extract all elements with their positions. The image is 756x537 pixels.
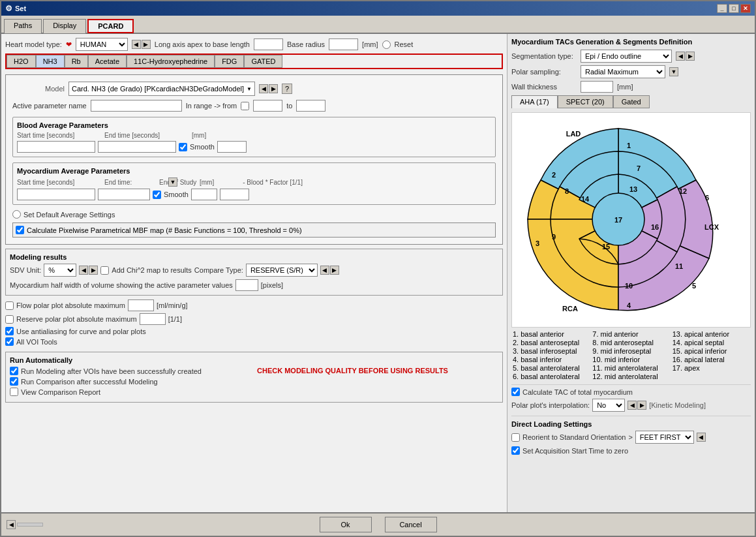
compare-prev-btn[interactable]: ◀ — [320, 266, 329, 275]
seg-type-select[interactable]: Epi / Endo outline — [581, 50, 672, 63]
sdv-prev-btn[interactable]: ◀ — [79, 266, 88, 275]
main-content: Heart model type: ❤ HUMAN ◀ ▶ Long axis … — [1, 34, 755, 512]
window-title: Set — [15, 5, 26, 12]
compare-select[interactable]: RESERVE (S/R) — [246, 264, 318, 277]
minimize-button[interactable]: _ — [717, 4, 727, 13]
myo-smooth-check[interactable] — [153, 191, 161, 199]
svg-text:1: 1 — [627, 142, 631, 149]
blood-end-input[interactable]: 35 — [98, 141, 176, 153]
legend-5: 5. basal anterolateral — [513, 364, 590, 372]
flow-polar-check[interactable] — [5, 301, 14, 310]
isotope-tab-h2o[interactable]: H2O — [7, 55, 36, 68]
legend-6: 6. basal anterolateral — [513, 373, 590, 380]
bottom-scrollbar[interactable] — [17, 523, 43, 527]
reset-label: Reset — [395, 40, 414, 48]
model-select-box[interactable]: Card. NH3 (de Grado) [PKcardiacNH3DeGrad… — [68, 82, 255, 96]
active-param-input[interactable]: F — [91, 100, 182, 112]
myo-start-input[interactable]: 120 — [17, 189, 95, 200]
blood-smooth-check[interactable] — [179, 143, 187, 151]
isotope-tab-fdg[interactable]: FDG — [215, 55, 244, 68]
maximize-button[interactable]: □ — [729, 4, 739, 13]
flow-unit: [ml/min/g] — [157, 301, 188, 309]
isotope-tab-gated[interactable]: GATED — [244, 55, 282, 68]
svg-text:17: 17 — [614, 216, 622, 224]
view-comparison-check[interactable] — [10, 388, 18, 396]
blood-smooth-input[interactable]: 6.0 — [217, 141, 247, 153]
aha-tab-17[interactable]: AHA (17) — [511, 95, 558, 108]
seg-type-prev[interactable]: ◀ — [676, 52, 685, 61]
run-modeling-check[interactable] — [10, 367, 18, 375]
long-axis-input[interactable]: 90.0 — [254, 38, 283, 50]
run-comparison-check[interactable] — [10, 377, 18, 386]
tab-pcard[interactable]: PCARD — [87, 19, 134, 33]
myo-half-input[interactable]: 1 — [235, 279, 258, 291]
legend-1: 1. basal anterior — [513, 330, 590, 338]
wall-thickness-input[interactable]: 20.0 — [581, 81, 613, 93]
reserve-polar-input[interactable]: 2.0 — [140, 313, 166, 325]
isotope-tab-acetate[interactable]: Acetate — [88, 55, 127, 68]
tab-display[interactable]: Display — [43, 19, 86, 33]
in-range-label: In range -> from — [186, 102, 237, 110]
antialiasing-check[interactable] — [5, 327, 14, 335]
pixels-label: [pixels] — [261, 281, 283, 289]
polar-sampling-select[interactable]: Radial Maximum — [581, 65, 665, 78]
ok-button[interactable]: Ok — [320, 517, 372, 532]
isotope-tab-rb[interactable]: Rb — [65, 55, 88, 68]
polar-interp-select[interactable]: No — [592, 399, 625, 412]
seg-type-next[interactable]: ▶ — [686, 52, 695, 61]
model-prev-btn[interactable]: ◀ — [259, 84, 268, 93]
aha-tab-bar: AHA (17) SPECT (20) Gated — [511, 95, 751, 108]
isotope-tab-nh3[interactable]: NH3 — [36, 55, 65, 68]
add-chi2-check[interactable] — [100, 266, 109, 275]
feet-first-prev[interactable]: ◀ — [697, 433, 706, 442]
sdv-select[interactable]: % — [44, 264, 76, 277]
compare-next-btn[interactable]: ▶ — [330, 266, 339, 275]
legend-12: 12. mid anterolateral — [592, 373, 669, 380]
myo-end-dropdown[interactable]: ▼ — [168, 177, 177, 187]
aha-tab-gated[interactable]: Gated — [613, 95, 650, 108]
cancel-button[interactable]: Cancel — [385, 517, 437, 532]
flow-polar-input[interactable]: 4.0 — [128, 299, 154, 311]
settings-area: Model Card. NH3 (de Grado) [PKcardiacNH3… — [5, 74, 503, 245]
polar-interp-next[interactable]: ▶ — [637, 401, 646, 410]
polar-legend: 1. basal anterior 7. mid anterior 13. ap… — [511, 330, 751, 380]
myo-smooth-input[interactable]: 6.0 — [191, 189, 217, 200]
all-voi-check[interactable] — [5, 337, 14, 346]
base-radius-input[interactable]: 35.0 — [329, 38, 358, 50]
set-default-radio[interactable] — [12, 210, 21, 219]
svg-text:6: 6 — [705, 194, 709, 202]
tab-paths[interactable]: Paths — [4, 19, 42, 33]
from-value-input[interactable]: 0.0 — [253, 100, 282, 112]
reorient-check[interactable] — [511, 433, 520, 442]
calc-tac-check[interactable] — [511, 388, 520, 396]
base-radius-label: Base radius — [287, 40, 325, 48]
myo-end-input[interactable]: 0 — [98, 189, 150, 200]
blood-start-input[interactable]: 0 — [17, 141, 95, 153]
in-range-check[interactable] — [241, 102, 249, 110]
bottom-prev-btn[interactable]: ◀ — [7, 520, 16, 529]
main-tab-bar: Paths Display PCARD — [1, 16, 755, 34]
model-help-btn[interactable]: ? — [282, 84, 292, 94]
reserve-polar-check[interactable] — [5, 315, 14, 324]
reset-radio[interactable] — [382, 40, 391, 49]
myo-blood-factor-input[interactable]: 0.05 — [220, 189, 249, 200]
model-next-btn[interactable]: ▶ — [269, 84, 278, 93]
polar-sampling-dropdown[interactable]: ▼ — [669, 67, 678, 76]
feet-first-select[interactable]: FEET FIRST — [635, 431, 694, 444]
calc-tac-label: Calculate TAC of total myocardium — [522, 388, 633, 396]
aha-tab-spect[interactable]: SPECT (20) — [558, 95, 613, 108]
polar-map-svg: 1 2 3 4 5 6 7 8 9 10 11 12 13 — [515, 115, 722, 323]
warning-text: CHECK MODELING QUALITY BEFORE USING RESU… — [257, 367, 448, 375]
myo-blood-col: - Blood * Factor [1/1] — [243, 179, 303, 186]
calc-pixelwise-check[interactable] — [16, 226, 24, 234]
heart-next-btn[interactable]: ▶ — [142, 40, 151, 49]
heart-prev-btn[interactable]: ◀ — [132, 40, 141, 49]
to-value-input[interactable]: 0.0 — [296, 100, 325, 112]
sdv-next-btn[interactable]: ▶ — [89, 266, 98, 275]
run-auto-checks: Run Modeling after VOIs have been succes… — [10, 367, 202, 398]
set-acquisition-check[interactable] — [511, 446, 520, 455]
isotope-tab-11c[interactable]: 11C-Hydroxyephedrine — [127, 55, 215, 68]
close-button[interactable]: ✕ — [740, 4, 751, 13]
heart-model-select[interactable]: HUMAN — [76, 38, 128, 51]
polar-interp-prev[interactable]: ◀ — [627, 401, 637, 410]
